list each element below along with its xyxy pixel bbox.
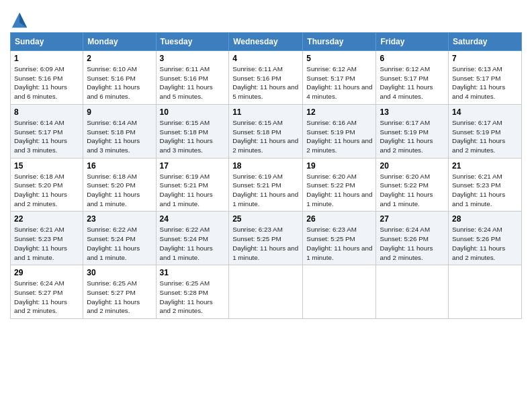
calendar-cell: 23Sunrise: 6:22 AM Sunset: 5:24 PM Dayli… [83, 212, 156, 265]
calendar-week-1: 1Sunrise: 6:09 AM Sunset: 5:16 PM Daylig… [11, 51, 522, 105]
calendar-header-thursday: Thursday [303, 33, 376, 51]
calendar-cell: 31Sunrise: 6:25 AM Sunset: 5:28 PM Dayli… [156, 265, 229, 319]
day-info: Sunrise: 6:17 AM Sunset: 5:19 PM Dayligh… [380, 118, 445, 155]
calendar-cell: 16Sunrise: 6:18 AM Sunset: 5:20 PM Dayli… [83, 158, 156, 212]
calendar-header-friday: Friday [376, 33, 449, 51]
calendar-cell: 5Sunrise: 6:12 AM Sunset: 5:17 PM Daylig… [303, 51, 376, 105]
day-info: Sunrise: 6:24 AM Sunset: 5:26 PM Dayligh… [452, 225, 518, 262]
day-number: 5 [306, 54, 372, 63]
calendar-cell [229, 265, 303, 319]
day-info: Sunrise: 6:17 AM Sunset: 5:19 PM Dayligh… [452, 118, 518, 155]
calendar-cell: 28Sunrise: 6:24 AM Sunset: 5:26 PM Dayli… [449, 212, 522, 265]
calendar-cell: 24Sunrise: 6:22 AM Sunset: 5:24 PM Dayli… [156, 212, 229, 265]
day-number: 28 [452, 214, 518, 224]
day-info: Sunrise: 6:22 AM Sunset: 5:24 PM Dayligh… [87, 225, 152, 262]
day-number: 22 [14, 214, 79, 224]
day-info: Sunrise: 6:23 AM Sunset: 5:25 PM Dayligh… [232, 225, 299, 262]
calendar-cell: 6Sunrise: 6:12 AM Sunset: 5:17 PM Daylig… [376, 51, 449, 105]
calendar-header-sunday: Sunday [11, 33, 83, 51]
calendar-cell: 19Sunrise: 6:20 AM Sunset: 5:22 PM Dayli… [303, 158, 376, 212]
page: SundayMondayTuesdayWednesdayThursdayFrid… [0, 0, 532, 411]
day-info: Sunrise: 6:19 AM Sunset: 5:21 PM Dayligh… [232, 172, 299, 209]
day-info: Sunrise: 6:13 AM Sunset: 5:17 PM Dayligh… [452, 64, 518, 101]
day-info: Sunrise: 6:22 AM Sunset: 5:24 PM Dayligh… [160, 225, 226, 262]
day-info: Sunrise: 6:25 AM Sunset: 5:27 PM Dayligh… [87, 279, 152, 316]
calendar-cell [449, 265, 522, 319]
calendar-cell: 12Sunrise: 6:16 AM Sunset: 5:19 PM Dayli… [303, 104, 376, 158]
day-number: 21 [452, 161, 518, 171]
calendar-cell: 22Sunrise: 6:21 AM Sunset: 5:23 PM Dayli… [11, 212, 83, 265]
day-number: 10 [160, 107, 226, 117]
calendar-cell: 11Sunrise: 6:15 AM Sunset: 5:18 PM Dayli… [229, 104, 303, 158]
calendar-cell: 27Sunrise: 6:24 AM Sunset: 5:26 PM Dayli… [376, 212, 449, 265]
calendar-cell: 4Sunrise: 6:11 AM Sunset: 5:16 PM Daylig… [229, 51, 303, 105]
day-info: Sunrise: 6:15 AM Sunset: 5:18 PM Dayligh… [160, 118, 226, 155]
calendar-table: SundayMondayTuesdayWednesdayThursdayFrid… [10, 32, 522, 319]
day-number: 12 [306, 107, 372, 117]
calendar-cell: 14Sunrise: 6:17 AM Sunset: 5:19 PM Dayli… [449, 104, 522, 158]
day-number: 16 [87, 161, 152, 171]
logo-icon [10, 11, 29, 30]
day-number: 14 [452, 107, 518, 117]
calendar-week-2: 8Sunrise: 6:14 AM Sunset: 5:17 PM Daylig… [11, 104, 522, 158]
calendar-header-monday: Monday [83, 33, 156, 51]
day-info: Sunrise: 6:15 AM Sunset: 5:18 PM Dayligh… [232, 118, 299, 155]
calendar-week-4: 22Sunrise: 6:21 AM Sunset: 5:23 PM Dayli… [11, 212, 522, 265]
calendar-cell: 13Sunrise: 6:17 AM Sunset: 5:19 PM Dayli… [376, 104, 449, 158]
day-number: 23 [87, 214, 152, 224]
calendar-cell: 20Sunrise: 6:20 AM Sunset: 5:22 PM Dayli… [376, 158, 449, 212]
day-number: 27 [380, 214, 445, 224]
day-number: 30 [87, 268, 152, 277]
calendar-header-row: SundayMondayTuesdayWednesdayThursdayFrid… [11, 33, 522, 51]
day-info: Sunrise: 6:11 AM Sunset: 5:16 PM Dayligh… [160, 64, 226, 101]
day-info: Sunrise: 6:21 AM Sunset: 5:23 PM Dayligh… [452, 172, 518, 209]
calendar-week-3: 15Sunrise: 6:18 AM Sunset: 5:20 PM Dayli… [11, 158, 522, 212]
logo [10, 11, 32, 30]
calendar-cell [376, 265, 449, 319]
day-info: Sunrise: 6:09 AM Sunset: 5:16 PM Dayligh… [14, 64, 79, 101]
calendar-cell: 7Sunrise: 6:13 AM Sunset: 5:17 PM Daylig… [449, 51, 522, 105]
header [10, 7, 522, 30]
calendar-cell: 30Sunrise: 6:25 AM Sunset: 5:27 PM Dayli… [83, 265, 156, 319]
calendar-cell: 21Sunrise: 6:21 AM Sunset: 5:23 PM Dayli… [449, 158, 522, 212]
day-number: 29 [14, 268, 79, 277]
day-info: Sunrise: 6:18 AM Sunset: 5:20 PM Dayligh… [87, 172, 152, 209]
day-info: Sunrise: 6:20 AM Sunset: 5:22 PM Dayligh… [380, 172, 445, 209]
calendar-cell: 17Sunrise: 6:19 AM Sunset: 5:21 PM Dayli… [156, 158, 229, 212]
day-info: Sunrise: 6:21 AM Sunset: 5:23 PM Dayligh… [14, 225, 79, 262]
day-number: 15 [14, 161, 79, 171]
day-number: 6 [380, 54, 445, 63]
calendar-cell [303, 265, 376, 319]
calendar-header-saturday: Saturday [449, 33, 522, 51]
calendar-cell: 29Sunrise: 6:24 AM Sunset: 5:27 PM Dayli… [11, 265, 83, 319]
day-number: 24 [160, 214, 226, 224]
day-info: Sunrise: 6:14 AM Sunset: 5:18 PM Dayligh… [87, 118, 152, 155]
day-number: 25 [232, 214, 299, 224]
day-number: 11 [232, 107, 299, 117]
day-info: Sunrise: 6:23 AM Sunset: 5:25 PM Dayligh… [306, 225, 372, 262]
calendar-cell: 8Sunrise: 6:14 AM Sunset: 5:17 PM Daylig… [11, 104, 83, 158]
day-info: Sunrise: 6:24 AM Sunset: 5:26 PM Dayligh… [380, 225, 445, 262]
day-info: Sunrise: 6:12 AM Sunset: 5:17 PM Dayligh… [380, 64, 445, 101]
day-number: 19 [306, 161, 372, 171]
day-number: 7 [452, 54, 518, 63]
day-info: Sunrise: 6:18 AM Sunset: 5:20 PM Dayligh… [14, 172, 79, 209]
day-number: 8 [14, 107, 79, 117]
calendar-cell: 18Sunrise: 6:19 AM Sunset: 5:21 PM Dayli… [229, 158, 303, 212]
calendar-cell: 25Sunrise: 6:23 AM Sunset: 5:25 PM Dayli… [229, 212, 303, 265]
calendar-cell: 9Sunrise: 6:14 AM Sunset: 5:18 PM Daylig… [83, 104, 156, 158]
day-number: 26 [306, 214, 372, 224]
day-info: Sunrise: 6:24 AM Sunset: 5:27 PM Dayligh… [14, 279, 79, 316]
day-number: 18 [232, 161, 299, 171]
day-number: 13 [380, 107, 445, 117]
calendar-cell: 2Sunrise: 6:10 AM Sunset: 5:16 PM Daylig… [83, 51, 156, 105]
day-info: Sunrise: 6:16 AM Sunset: 5:19 PM Dayligh… [306, 118, 372, 155]
day-info: Sunrise: 6:19 AM Sunset: 5:21 PM Dayligh… [160, 172, 226, 209]
calendar-cell: 1Sunrise: 6:09 AM Sunset: 5:16 PM Daylig… [11, 51, 83, 105]
calendar-week-5: 29Sunrise: 6:24 AM Sunset: 5:27 PM Dayli… [11, 265, 522, 319]
day-info: Sunrise: 6:12 AM Sunset: 5:17 PM Dayligh… [306, 64, 372, 101]
calendar-cell: 26Sunrise: 6:23 AM Sunset: 5:25 PM Dayli… [303, 212, 376, 265]
day-number: 1 [14, 54, 79, 63]
calendar-header-wednesday: Wednesday [229, 33, 303, 51]
day-number: 31 [160, 268, 226, 277]
